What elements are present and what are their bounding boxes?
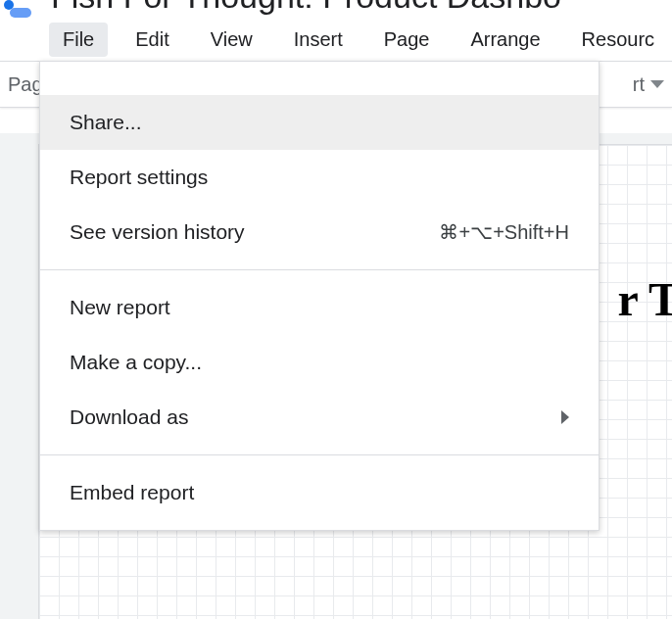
menu-item-make-copy[interactable]: Make a copy...: [40, 335, 599, 390]
menu-file[interactable]: File: [49, 23, 108, 57]
menu-view[interactable]: View: [197, 23, 266, 57]
menu-edit[interactable]: Edit: [121, 23, 182, 57]
file-dropdown: Share... Report settings See version his…: [39, 61, 600, 531]
menu-item-label: Report settings: [70, 166, 208, 189]
menu-item-label: See version history: [70, 220, 245, 244]
toolbar-right-fragment: rt: [633, 73, 645, 96]
menu-arrange[interactable]: Arrange: [456, 23, 553, 57]
menu-item-new-report[interactable]: New report: [40, 280, 599, 335]
menu-item-label: Share...: [70, 111, 142, 134]
menubar: File Edit View Insert Page Arrange Resou…: [0, 18, 672, 61]
menu-item-version-history[interactable]: See version history ⌘+⌥+Shift+H: [40, 205, 599, 260]
chevron-down-icon: [650, 80, 664, 88]
menu-item-label: Make a copy...: [70, 351, 202, 374]
menu-insert[interactable]: Insert: [280, 23, 357, 57]
menu-item-label: Embed report: [70, 481, 194, 504]
title-row: Fish For Thought: Product Dashbo: [0, 0, 672, 18]
submenu-arrow-icon: [561, 410, 569, 424]
menu-page[interactable]: Page: [370, 23, 444, 57]
menu-item-label: New report: [70, 296, 170, 319]
menu-item-embed-report[interactable]: Embed report: [40, 465, 599, 520]
canvas-text-fragment: r T: [617, 272, 672, 326]
menu-item-share[interactable]: Share...: [40, 95, 599, 150]
menu-item-download-as[interactable]: Download as: [40, 390, 599, 445]
menu-divider: [40, 269, 599, 270]
document-title[interactable]: Fish For Thought: Product Dashbo: [51, 0, 561, 16]
menu-resource[interactable]: Resourc: [568, 23, 668, 57]
menu-item-report-settings[interactable]: Report settings: [40, 150, 599, 205]
menu-divider: [40, 454, 599, 455]
toolbar-right-control[interactable]: rt: [633, 73, 664, 96]
menu-item-label: Download as: [70, 405, 188, 429]
menu-item-shortcut: ⌘+⌥+Shift+H: [439, 220, 569, 244]
app-logo-icon: [4, 0, 31, 18]
